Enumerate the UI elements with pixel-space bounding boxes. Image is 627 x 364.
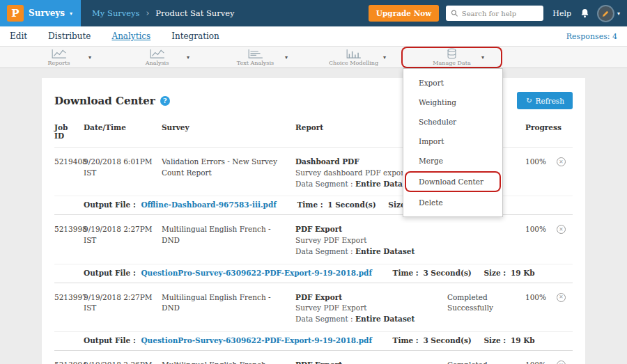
- tab-analytics[interactable]: Analytics: [111, 31, 150, 41]
- pencil-icon: [602, 10, 610, 17]
- help-question-icon[interactable]: ?: [160, 96, 170, 106]
- section-tabs: Edit Distribute Analytics Integration Re…: [0, 26, 627, 46]
- col-datetime: Date/Time: [84, 123, 162, 140]
- text-chart-icon: [247, 49, 264, 59]
- report-title: PDF Export: [295, 292, 440, 303]
- report-title: PDF Export: [295, 360, 440, 364]
- progress-cell: 100%: [525, 292, 556, 325]
- toolbar-label: Manage Data: [433, 60, 470, 66]
- menu-item-delete[interactable]: Delete: [403, 193, 502, 212]
- search-icon: [451, 9, 458, 17]
- page-title: Download Center ?: [54, 95, 170, 107]
- tab-distribute[interactable]: Distribute: [48, 31, 91, 41]
- chevron-down-icon[interactable]: ▾: [187, 54, 189, 61]
- breadcrumb-my-surveys[interactable]: My Surveys: [92, 8, 139, 18]
- toolbar-analysis[interactable]: Analysis ▾: [108, 47, 206, 68]
- analytics-toolbar: Reports ▾ Analysis ▾ Text Analysis ▾ Cho…: [0, 46, 627, 68]
- report-cell: PDF Export Survey PDF Export Data Segmen…: [295, 224, 447, 257]
- job-id-cell: 5213994: [54, 360, 84, 364]
- table-row: 5213994 9/19/2018 2:26PM IST Multilingua…: [54, 351, 573, 364]
- menu-item-download-center[interactable]: Download Center: [406, 173, 500, 191]
- download-center-panel: Download Center ? ↻ Refresh Job ID Date/…: [42, 78, 585, 364]
- notifications-bell-icon[interactable]: [580, 8, 590, 19]
- output-file-link[interactable]: Offline-Dashboard-967583-iii.pdf: [141, 200, 276, 209]
- cancel-cell: ✕: [556, 360, 573, 364]
- cancel-job-icon[interactable]: ✕: [557, 225, 566, 234]
- line-chart-icon: [149, 49, 166, 59]
- refresh-label: Refresh: [536, 97, 564, 105]
- surveys-menu-label: Surveys: [29, 8, 65, 18]
- report-cell: PDF Export Survey PDF Export Data Segmen…: [295, 292, 447, 325]
- output-file-row: Output File : QuestionPro-Survey-6309622…: [54, 264, 573, 283]
- content-area: Download Center ? ↻ Refresh Job ID Date/…: [0, 68, 627, 364]
- report-subtitle: Survey PDF Export: [295, 303, 440, 314]
- tab-edit[interactable]: Edit: [10, 31, 27, 41]
- user-avatar[interactable]: [598, 6, 613, 21]
- tab-integration[interactable]: Integration: [171, 31, 219, 41]
- upgrade-now-button[interactable]: Upgrade Now: [369, 5, 440, 22]
- menu-item-export[interactable]: Export: [403, 73, 502, 93]
- toolbar-manage-data[interactable]: Manage Data ▾: [403, 48, 501, 67]
- report-title: PDF Export: [295, 224, 440, 235]
- time-label: Time :: [297, 200, 323, 209]
- menu-item-import[interactable]: Import: [403, 132, 502, 151]
- account-chevron-icon[interactable]: ▾: [617, 10, 620, 17]
- output-file-label: Output File :: [84, 336, 136, 345]
- col-survey: Survey: [162, 123, 295, 140]
- size-label: Size :: [484, 269, 506, 277]
- time-label: Time :: [393, 336, 419, 345]
- toolbar-reports[interactable]: Reports ▾: [10, 47, 108, 68]
- survey-cell: Multilingual English French - DND: [162, 360, 295, 364]
- questionpro-logo: P: [7, 5, 24, 22]
- output-file-link[interactable]: QuestionPro-Survey-6309622-PDF-Export-9-…: [141, 269, 372, 277]
- toolbar-choice-modelling[interactable]: Choice Modelling ▾: [304, 47, 403, 68]
- output-file-link[interactable]: QuestionPro-Survey-6309622-PDF-Export-9-…: [141, 336, 372, 345]
- progress-cell: 100%: [525, 224, 556, 257]
- breadcrumb: My Surveys › Product Sat Survey: [92, 8, 234, 18]
- bar-chart-icon: [346, 49, 362, 59]
- chevron-down-icon: ▾: [70, 10, 72, 17]
- date-cell: 9/19/2018 2:27PM IST: [84, 224, 162, 257]
- size-value: 19 Kb: [511, 269, 535, 277]
- menu-item-merge[interactable]: Merge: [403, 151, 502, 171]
- refresh-button[interactable]: ↻ Refresh: [517, 92, 573, 109]
- output-file-label: Output File :: [84, 269, 136, 277]
- job-id-cell: 5219408: [54, 157, 84, 189]
- cancel-job-icon[interactable]: ✕: [557, 361, 566, 364]
- table-row: 5213998 9/19/2018 2:27PM IST Multilingua…: [54, 215, 573, 263]
- cancel-cell: ✕: [556, 157, 573, 189]
- time-label: Time :: [393, 269, 419, 277]
- table-row: 5213997 9/19/2018 2:27PM IST Multilingua…: [54, 283, 573, 331]
- manage-data-dropdown: Export Weighting Scheduler Import Merge …: [403, 68, 503, 217]
- chevron-down-icon[interactable]: ▾: [383, 54, 386, 61]
- size-label: Size :: [484, 336, 506, 345]
- page-title-text: Download Center: [54, 95, 155, 107]
- menu-item-weighting[interactable]: Weighting: [403, 93, 502, 112]
- time-value: 1 Second(s): [327, 200, 376, 209]
- progress-cell: 100%: [525, 157, 556, 189]
- help-link[interactable]: Help: [552, 9, 571, 18]
- toolbar-label: Reports: [48, 60, 70, 66]
- status-cell: Completed Successfully: [447, 360, 525, 364]
- cancel-job-icon[interactable]: ✕: [557, 157, 566, 166]
- responses-count[interactable]: Responses: 4: [566, 32, 627, 41]
- chevron-down-icon[interactable]: ▾: [481, 54, 484, 61]
- size-value: 19 Kb: [511, 336, 535, 345]
- time-value: 3 Second(s): [423, 269, 471, 277]
- data-segment-value: Entire Dataset: [355, 247, 415, 255]
- survey-cell: Multilingual English French - DND: [162, 292, 295, 325]
- status-cell: Completed Successfully: [447, 292, 525, 325]
- menu-item-scheduler[interactable]: Scheduler: [403, 112, 502, 132]
- surveys-product-menu[interactable]: P Surveys ▾: [0, 0, 81, 26]
- cancel-job-icon[interactable]: ✕: [557, 293, 566, 302]
- cancel-cell: ✕: [556, 292, 573, 325]
- chevron-down-icon[interactable]: ▾: [285, 54, 288, 61]
- status-cell: [447, 224, 525, 257]
- help-search-box[interactable]: [446, 6, 543, 21]
- date-cell: 9/19/2018 2:27PM IST: [84, 292, 162, 325]
- report-cell: PDF Export Survey PDF Export Data Segmen…: [295, 360, 447, 364]
- toolbar-text-analysis[interactable]: Text Analysis ▾: [206, 47, 304, 68]
- help-search-input[interactable]: [462, 10, 539, 17]
- output-file-label: Output File :: [84, 200, 136, 209]
- chevron-down-icon[interactable]: ▾: [88, 54, 91, 61]
